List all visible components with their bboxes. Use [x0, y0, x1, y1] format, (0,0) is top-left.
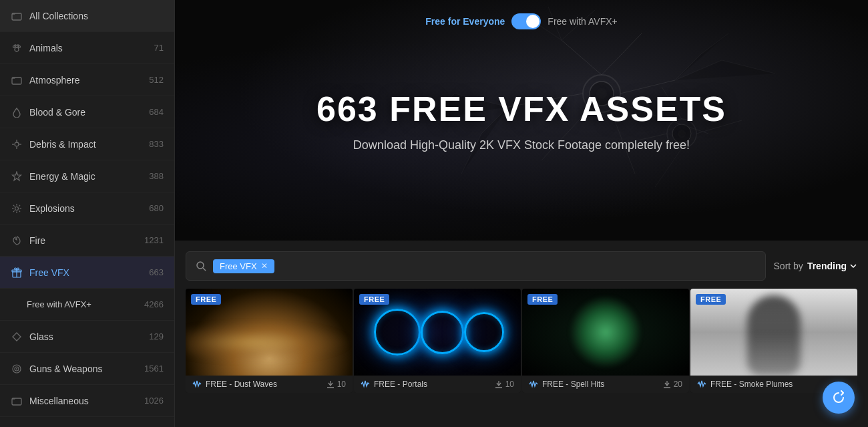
hero-title: 663 FREE VFX ASSETS [316, 89, 726, 129]
asset-card-spell-hits[interactable]: FREE FREE - Spell Hits 20 [522, 289, 689, 393]
asset-card-dust-waves[interactable]: FREE FREE - Dust Waves 10 [186, 289, 353, 393]
sidebar-item-explosions[interactable]: Explosions 680 [0, 192, 174, 225]
asset-card-portals[interactable]: FREE FREE - Portals 10 [354, 289, 521, 393]
refresh-icon [831, 390, 846, 405]
sidebar-label-guns-weapons: Guns & Weapons [29, 364, 138, 374]
svg-line-17 [13, 204, 15, 206]
target-icon [11, 363, 23, 375]
hero-content: 663 FREE VFX ASSETS Download High-Qualit… [316, 89, 726, 152]
asset-count: 20 [663, 380, 682, 389]
svg-point-7 [15, 142, 19, 146]
remove-filter-icon[interactable]: ✕ [261, 261, 268, 271]
sort-bar: Sort by Trending [774, 261, 857, 271]
sidebar-count-debris-impact: 833 [149, 139, 164, 149]
asset-name: FREE - Portals [374, 380, 491, 389]
svg-line-19 [19, 204, 20, 206]
fab-button[interactable] [823, 382, 855, 414]
flame-icon [11, 235, 23, 247]
waveform-icon [192, 380, 202, 389]
asset-thumbnail: FREE [354, 289, 521, 376]
asset-card-smoke-plumes[interactable]: FREE FREE - Smoke Plumes [690, 289, 857, 393]
waveform-icon [529, 380, 538, 389]
sidebar-item-guns-weapons[interactable]: Guns & Weapons 1561 [0, 353, 174, 385]
download-icon [663, 380, 671, 388]
search-sort-bar: Free VFX ✕ Sort by Trending [175, 241, 868, 281]
svg-point-12 [15, 206, 19, 210]
free-badge: FREE [359, 294, 389, 305]
drop-icon [11, 106, 23, 118]
sidebar-count-guns-weapons: 1561 [144, 364, 164, 374]
sidebar-item-atmosphere[interactable]: Atmosphere 512 [0, 64, 174, 96]
asset-info: FREE - Portals 10 [354, 376, 521, 393]
folder-icon [11, 10, 23, 22]
asset-thumbnail: FREE [690, 289, 857, 376]
svg-line-35 [602, 33, 642, 75]
svg-point-5 [17, 44, 19, 45]
svg-line-18 [19, 210, 20, 212]
asset-count: 10 [327, 380, 346, 389]
toggle-knob [526, 15, 539, 28]
folder-icon [11, 74, 23, 86]
sidebar-label-energy-magic: Energy & Magic [29, 171, 142, 182]
asset-thumbnail: FREE [186, 289, 353, 376]
asset-name: FREE - Dust Waves [206, 380, 322, 389]
sidebar-label-fire: Fire [29, 235, 138, 246]
toggle-left-label[interactable]: Free for Everyone [425, 16, 505, 27]
sidebar-label-free-vfx: Free VFX [29, 267, 142, 278]
sidebar-count-fire: 1231 [144, 235, 164, 245]
sidebar-item-debris-impact[interactable]: Debris & Impact 833 [0, 128, 174, 160]
toggle-switch[interactable] [511, 13, 541, 29]
download-icon [327, 380, 335, 388]
sidebar-item-glass[interactable]: Glass 129 [0, 321, 174, 353]
sort-dropdown[interactable]: Trending [807, 261, 857, 271]
toggle-right-label[interactable]: Free with AVFX+ [548, 16, 617, 27]
svg-point-4 [15, 44, 16, 45]
paw-icon [11, 42, 23, 54]
sidebar-label-glass: Glass [29, 331, 142, 342]
sidebar-item-optics[interactable]: Optics 1026 [0, 417, 174, 427]
svg-line-49 [203, 268, 206, 271]
sort-value: Trending [807, 261, 847, 271]
sidebar-count-atmosphere: 512 [149, 75, 164, 85]
free-badge: FREE [527, 294, 558, 305]
sidebar-item-miscellaneous[interactable]: Miscellaneous 1026 [0, 385, 174, 417]
search-bar[interactable]: Free VFX ✕ [186, 251, 766, 281]
sidebar-item-fire[interactable]: Fire 1231 [0, 225, 174, 257]
sidebar-label-free-avfx: Free with AVFX+ [27, 299, 138, 309]
sidebar-item-free-vfx[interactable]: Free VFX 663 [0, 257, 174, 289]
sidebar-label-all-collections: All Collections [29, 11, 164, 21]
diamond-icon [11, 331, 23, 343]
main-content: Free for Everyone Free with AVFX+ 663 FR… [175, 0, 868, 427]
asset-thumbnail: FREE [522, 289, 689, 376]
burst-icon [11, 138, 23, 150]
sidebar-count-miscellaneous: 1026 [144, 396, 164, 406]
waveform-icon [361, 380, 370, 389]
sidebar-count-animals: 71 [154, 43, 164, 53]
sidebar-item-energy-magic[interactable]: Energy & Magic 388 [0, 160, 174, 192]
sidebar-count-blood-gore: 684 [149, 107, 164, 117]
active-filter-tag[interactable]: Free VFX ✕ [213, 259, 274, 273]
burst2-icon [11, 202, 23, 215]
sidebar-label-explosions: Explosions [29, 203, 142, 214]
sidebar-count-explosions: 680 [149, 203, 164, 213]
sidebar-count-glass: 129 [149, 331, 164, 341]
sidebar-label-blood-gore: Blood & Gore [29, 107, 142, 118]
asset-count: 10 [495, 380, 514, 389]
sidebar-count-energy-magic: 388 [149, 171, 164, 181]
chevron-down-icon [849, 262, 857, 270]
sidebar-label-miscellaneous: Miscellaneous [29, 396, 138, 406]
sidebar-item-animals[interactable]: Animals 71 [0, 32, 174, 64]
svg-line-20 [13, 210, 15, 212]
sidebar-item-blood-gore[interactable]: Blood & Gore 684 [0, 96, 174, 128]
free-badge: FREE [696, 294, 726, 305]
svg-point-48 [197, 262, 204, 269]
sidebar-item-all-collections[interactable]: All Collections [0, 0, 174, 32]
waveform-icon [697, 380, 706, 389]
sidebar-item-free-avfx[interactable]: Free with AVFX+ 4266 [0, 289, 174, 321]
svg-point-26 [16, 368, 17, 370]
asset-grid: FREE FREE - Dust Waves 10 FREE [175, 281, 868, 404]
hero-banner: Free for Everyone Free with AVFX+ 663 FR… [175, 0, 868, 241]
star-icon [11, 170, 23, 182]
search-icon [196, 261, 206, 271]
sidebar: All Collections Animals 71 Atmosphere 51… [0, 0, 175, 427]
